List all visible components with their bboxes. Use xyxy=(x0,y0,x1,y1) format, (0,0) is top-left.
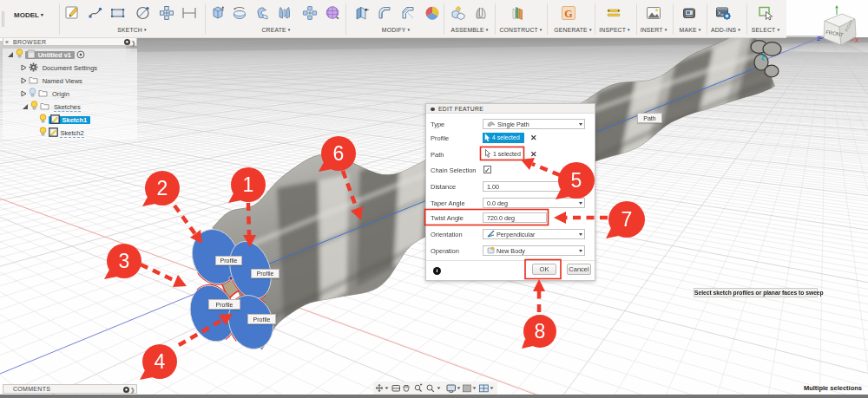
svg-text:8: 8 xyxy=(535,320,546,343)
svg-text:2: 2 xyxy=(157,177,168,199)
svg-text:7: 7 xyxy=(621,208,633,231)
svg-text:4: 4 xyxy=(155,350,166,373)
svg-text:3: 3 xyxy=(119,250,130,272)
svg-text:5: 5 xyxy=(571,169,582,192)
svg-text:6: 6 xyxy=(333,142,345,165)
svg-text:1: 1 xyxy=(243,173,254,196)
